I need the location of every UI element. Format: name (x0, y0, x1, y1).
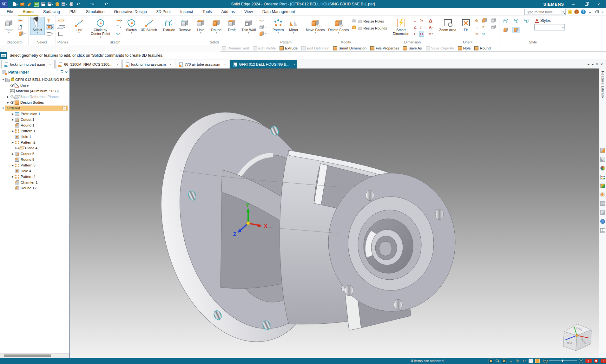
revolve-button[interactable]: Revolve (177, 17, 193, 33)
zoom-out-icon[interactable]: − (543, 359, 548, 363)
expand-icon[interactable]: ▶ (11, 141, 15, 144)
ribbon-close-button[interactable]: × (600, 10, 605, 14)
document-tab-close-icon[interactable]: × (47, 62, 51, 66)
round-button[interactable]: Round▾ (209, 17, 224, 35)
document-tab-gfri-012-bell-housing-b[interactable]: GFRI-012 BELL HOUSING B...× (230, 60, 297, 68)
quickbar-file-properties[interactable]: File Properties (370, 46, 399, 50)
draft-button[interactable]: Draft (225, 17, 239, 33)
ribbon-tab-surfacing[interactable]: Surfacing (38, 9, 65, 16)
ribbon-tab-simulation[interactable]: Simulation (81, 9, 109, 16)
feedback-frown-icon[interactable]: ☹ (574, 10, 579, 14)
tree-item-round-1[interactable]: Round 1 (0, 122, 69, 128)
tree-item-gfri-012-bell-housing-b3hd-s[interactable]: ▼GFRI-012 BELL HOUSING B3HD S (0, 77, 69, 82)
command-search[interactable] (524, 9, 566, 15)
3d-model[interactable]: Y X Z TOP RIGHT BACK (70, 68, 599, 358)
ribbon-tab-generative-design[interactable]: Generative Design (109, 9, 152, 16)
ribbon-tab-tools[interactable]: Tools (198, 9, 216, 16)
customize-tools-icon[interactable] (600, 157, 605, 162)
redo-icon[interactable]: ↷ (89, 2, 95, 7)
quickbar-extrude[interactable]: Extrude (280, 46, 298, 50)
tree-item-pattern-4[interactable]: ▶Pattern 4 (0, 174, 69, 179)
zoom-slider[interactable]: − + (543, 359, 583, 363)
hidden-edges-style-icon[interactable] (522, 18, 530, 24)
zoom-slider-knob[interactable] (562, 359, 563, 362)
distance-between-icon[interactable]: ↔ (412, 17, 418, 23)
tree-item-round-12[interactable]: Round 12 (0, 185, 69, 191)
ribbon-tab-inspect[interactable]: Inspect (175, 9, 198, 16)
tree-item-cutout-5[interactable]: ▶Cutout 5 (0, 151, 69, 157)
delete-faces-button[interactable]: ✕ Delete Faces▾ (327, 17, 350, 35)
performance-icon[interactable] (600, 166, 605, 171)
coordinate-dimension-icon[interactable]: ⌖ (412, 31, 418, 37)
common-views-icon[interactable] (481, 17, 489, 23)
scrollbar-thumb[interactable] (4, 354, 51, 357)
text-scale-up-icon[interactable]: A▾ (428, 24, 434, 30)
tree-item-pattern-1[interactable]: ▶Pattern 1 (0, 128, 69, 134)
quickbar-round[interactable]: Round (474, 46, 491, 50)
view-orientation-icon[interactable]: ⟳ (481, 24, 489, 30)
more-planes-icon[interactable]: ▾ (57, 24, 66, 30)
select-marquee-icon[interactable]: ▾ (46, 31, 54, 37)
tree-item-hole-1[interactable]: Hole 1 (0, 134, 69, 140)
status-previous-view-icon[interactable]: ↩ (522, 359, 526, 363)
document-tab-locking-ring-part-a-par[interactable]: locking ring part a.par× (1, 60, 55, 68)
document-tab-close-icon[interactable]: × (222, 62, 226, 66)
ribbon-minimize-button[interactable]: – (588, 10, 592, 14)
replace-face-icon[interactable] (351, 17, 357, 23)
cut-icon[interactable] (17, 17, 27, 23)
quickbar-smart-dimension[interactable]: Smart Dimension (333, 46, 366, 50)
fit-button[interactable]: Fit (458, 17, 473, 33)
plane-steering-icon[interactable] (57, 31, 66, 37)
ordered-check-icon[interactable]: ✓ (63, 106, 67, 110)
expand-icon[interactable]: ▶ (11, 113, 15, 115)
shaded-with-edges-style-icon[interactable] (512, 27, 520, 33)
pathfinder-hscrollbar[interactable] (0, 353, 69, 358)
pattern-button[interactable]: Pattern▾ (271, 17, 286, 35)
close-button[interactable]: × (595, 2, 602, 7)
pathfinder-pin-icon[interactable]: ▼ (61, 70, 63, 74)
tree-item-pattern-3[interactable]: ▶Pattern 3 (0, 162, 69, 168)
feature-library-tab[interactable]: Feature Library (601, 68, 605, 101)
angle-between-icon[interactable]: ∠ (412, 24, 418, 30)
upload-icon[interactable]: ↑ (601, 359, 606, 363)
sharepoint-icon[interactable]: Sh (34, 2, 39, 7)
minimize-button[interactable]: – (570, 2, 577, 7)
move-faces-button[interactable]: ✛ Move Faces▾ (305, 17, 326, 35)
select-button[interactable]: Select▾ (30, 17, 45, 35)
smart-dimension-button[interactable]: Smart Dimension (391, 17, 412, 37)
redo-dropdown-icon[interactable]: ▾ (96, 2, 102, 7)
copy-image-icon[interactable]: ▾ (17, 31, 27, 37)
tree-item-base-reference-planes[interactable]: ▶Base Reference Planes (0, 94, 69, 100)
settings-gear-icon[interactable] (55, 2, 60, 7)
status-named-views-icon[interactable] (529, 359, 533, 363)
tree-item-protrusion-1[interactable]: ▶Protrusion 1 (0, 111, 69, 117)
ribbon-tab-add-ins[interactable]: Add Ins (217, 9, 240, 16)
expand-icon[interactable]: ▶ (11, 118, 15, 121)
mirror-button[interactable]: Mirror▾ (287, 17, 301, 35)
arc-tool-icon[interactable]: ⌒▾ (115, 24, 123, 30)
sketch-button[interactable]: Sketch▾ (124, 17, 139, 35)
hole-button[interactable]: Hole▾ (194, 17, 208, 35)
tree-item-plane-4[interactable]: Plane 4 (0, 145, 69, 151)
new-document-icon[interactable]: ▾ (13, 2, 18, 7)
curve-tool-icon[interactable]: ∿▾ (115, 31, 123, 37)
layers-icon[interactable] (600, 201, 605, 206)
tab-list-dropdown-icon[interactable]: ▾ (596, 62, 598, 66)
status-zoom-icon[interactable] (495, 359, 500, 363)
line-button[interactable]: Line▾ (72, 17, 86, 35)
solids-collection-icon[interactable] (600, 210, 605, 215)
pathfinder-close-icon[interactable]: × (65, 70, 68, 75)
ribbon-tab-view[interactable]: View (240, 9, 258, 16)
ribbon-tab-file[interactable]: File (2, 9, 18, 16)
tree-item-hole-4[interactable]: Hole 4 (0, 168, 69, 174)
visible-edges-style-icon[interactable] (512, 18, 520, 24)
symmetric-diameter-icon[interactable]: ⟟ (419, 24, 424, 30)
quickbar-save-as[interactable]: Save As (403, 46, 422, 50)
customize-qat-icon[interactable]: ▾ (110, 2, 116, 7)
offset-face-icon[interactable] (351, 24, 357, 30)
tab-scroll-right-icon[interactable]: ▸ (592, 62, 594, 66)
status-fit-icon[interactable] (502, 359, 506, 363)
tree-item-cutout-1[interactable]: ▶Cutout 1 (0, 117, 69, 122)
3d-sketch-button[interactable]: 3D Sketch (140, 17, 158, 33)
record-icon[interactable] (594, 359, 598, 363)
